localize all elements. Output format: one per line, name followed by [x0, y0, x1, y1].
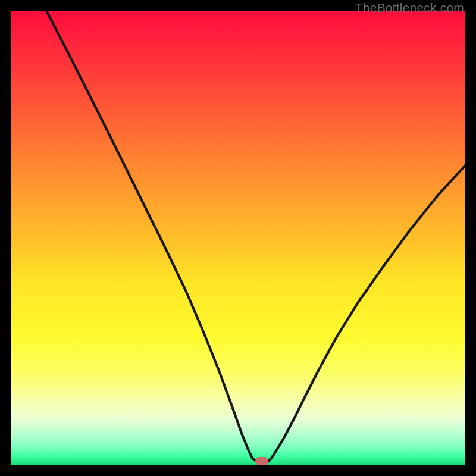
chart-frame: TheBottleneck.com	[0, 0, 476, 476]
bottleneck-curve	[11, 11, 465, 465]
plot-area	[11, 11, 465, 465]
watermark-text: TheBottleneck.com	[355, 1, 464, 15]
optimum-marker	[255, 457, 268, 465]
